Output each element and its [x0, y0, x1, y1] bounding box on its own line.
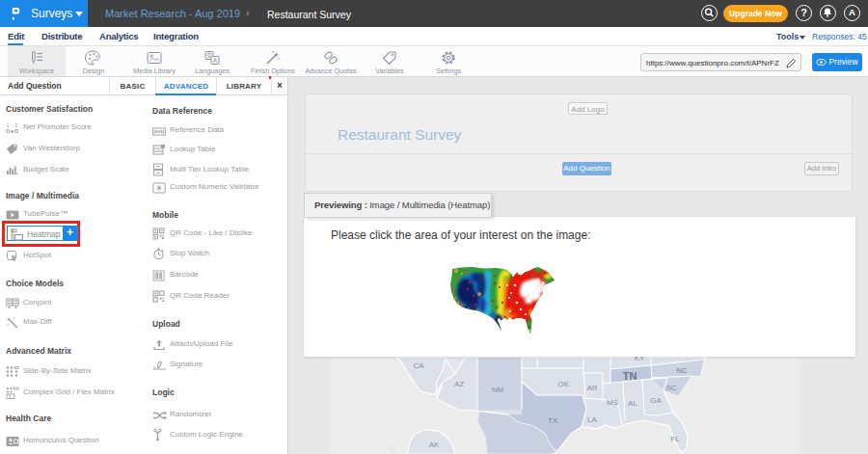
svg-text:OK: OK	[557, 380, 569, 388]
svg-text:TX: TX	[548, 416, 558, 425]
svg-text:TN: TN	[623, 370, 637, 382]
svg-text:KY: KY	[635, 357, 645, 362]
svg-text:NC: NC	[676, 366, 688, 375]
svg-text:CA: CA	[413, 361, 424, 370]
svg-text:MS: MS	[607, 398, 618, 407]
svg-text:NM: NM	[492, 386, 504, 394]
svg-text:FL: FL	[670, 435, 680, 443]
svg-text:AZ: AZ	[454, 380, 464, 388]
svg-text:5: 5	[15, 122, 18, 128]
svg-text:AL: AL	[628, 399, 637, 408]
svg-text:SC: SC	[665, 384, 676, 392]
svg-text:1: 1	[7, 122, 10, 128]
svg-text:AR: AR	[586, 384, 597, 392]
svg-text:A: A	[213, 57, 218, 64]
svg-text:LA: LA	[587, 415, 597, 424]
svg-text:AK: AK	[429, 441, 440, 449]
svg-text:GA: GA	[650, 396, 662, 405]
